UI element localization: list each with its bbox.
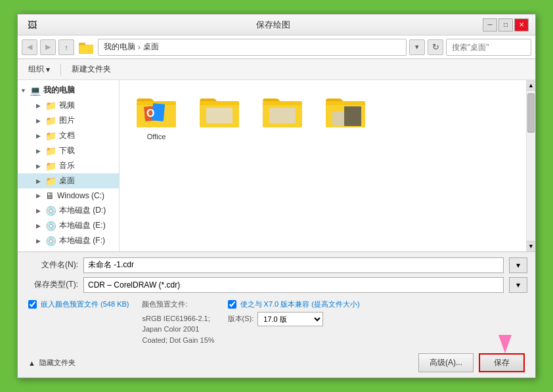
sidebar-item-videos[interactable]: ▶ 📁 视频: [18, 98, 119, 113]
content-area: O Office: [120, 80, 526, 251]
sidebar-label: 文档: [59, 130, 75, 141]
up-button[interactable]: ↑: [58, 39, 74, 55]
content-scrollbar[interactable]: ▲ ▼: [526, 80, 535, 251]
drive-icon: 💿: [45, 236, 56, 246]
sidebar-item-edrive[interactable]: ▶ 💿 本地磁盘 (E:): [18, 218, 119, 233]
folder-icon: [77, 38, 95, 56]
folder-3[interactable]: [256, 91, 309, 143]
sidebar-label: 我的电脑: [43, 85, 75, 96]
expand-icon: ▶: [36, 163, 43, 169]
folder-office[interactable]: O Office: [130, 91, 183, 143]
sidebar-item-downloads[interactable]: ▶ 📁 下载: [18, 143, 119, 158]
hide-folders-toggle[interactable]: ▲ 隐藏文件夹: [28, 358, 76, 368]
sidebar-label: 图片: [59, 115, 75, 126]
folder-icon: 📁: [45, 116, 56, 126]
version-label: 版本(S):: [228, 314, 254, 324]
svg-rect-16: [344, 106, 361, 126]
compat-checkbox[interactable]: [228, 300, 236, 309]
filename-dropdown[interactable]: ▾: [509, 257, 527, 273]
title-bar: 🖼 保存绘图 ─ □ ✕: [18, 14, 535, 35]
folder2-icon: [198, 93, 240, 130]
embed-color-checkbox[interactable]: [28, 300, 37, 309]
organize-arrow: ▾: [46, 65, 50, 74]
maximize-button[interactable]: □: [498, 18, 513, 32]
title-controls: ─ □ ✕: [483, 18, 529, 32]
actions-row: ▲ 隐藏文件夹 高级(A)... 保存: [26, 353, 527, 372]
bottom-panel: 文件名(N): ▾ 保存类型(T): ▾ 嵌入颜色预置文件 (548 KB) 颜…: [18, 251, 535, 378]
computer-icon: 💻: [30, 85, 41, 96]
svg-marker-18: [498, 335, 512, 353]
expand-icon: ▶: [36, 148, 43, 154]
address-path[interactable]: 我的电脑 › 桌面: [98, 39, 407, 56]
refresh-button[interactable]: ↻: [428, 39, 443, 55]
sidebar-item-documents[interactable]: ▶ 📁 文档: [18, 128, 119, 143]
filetype-dropdown[interactable]: ▾: [509, 277, 527, 293]
version-select[interactable]: 17.0 版: [257, 312, 323, 326]
folder4-icon: [324, 93, 366, 130]
minimize-button[interactable]: ─: [483, 18, 497, 32]
save-dialog: 🖼 保存绘图 ─ □ ✕ ◀ ▶ ↑ 我的电脑 › 桌面 ▾ ↻: [17, 14, 536, 378]
dialog-icon: 🖼: [24, 17, 40, 33]
hide-folders-label: 隐藏文件夹: [39, 358, 76, 368]
sidebar-label: 音乐: [59, 160, 75, 171]
options-row: 嵌入颜色预置文件 (548 KB) 颜色预置文件: sRGB IEC61966-…: [26, 299, 527, 346]
new-folder-button[interactable]: 新建文件夹: [66, 62, 116, 76]
color-preset-col: 颜色预置文件: sRGB IEC61966-2.1;Japan Color 20…: [142, 299, 214, 346]
address-dropdown[interactable]: ▾: [409, 39, 425, 55]
expand-icon: ▶: [36, 102, 43, 109]
sidebar-item-cdrive[interactable]: ▶ 🖥 Windows (C:): [18, 188, 119, 203]
embed-color-option: 嵌入颜色预置文件 (548 KB): [28, 299, 129, 309]
address-bar: ◀ ▶ ↑ 我的电脑 › 桌面 ▾ ↻: [18, 35, 535, 59]
sidebar-item-music[interactable]: ▶ 📁 音乐: [18, 158, 119, 173]
filename-label: 文件名(N):: [26, 259, 78, 271]
search-input[interactable]: [446, 39, 531, 56]
drive-icon: 🖥: [45, 190, 55, 201]
sidebar-item-pictures[interactable]: ▶ 📁 图片: [18, 113, 119, 128]
hide-folders-icon: ▲: [28, 359, 35, 367]
sidebar-label: Windows (C:): [57, 191, 104, 200]
close-button[interactable]: ✕: [514, 18, 529, 32]
sidebar-label: 视频: [59, 100, 75, 111]
sidebar-item-mycomputer[interactable]: ▼ 💻 我的电脑: [18, 83, 119, 98]
arrow-indicator: [492, 335, 518, 358]
filetype-label: 保存类型(T):: [26, 279, 78, 290]
sidebar-label: 本地磁盘 (F:): [59, 235, 105, 246]
path-part-2: 桌面: [143, 41, 159, 53]
organize-label: 组织: [28, 64, 44, 75]
sidebar-label: 本地磁盘 (E:): [59, 220, 106, 231]
color-preset-label: 颜色预置文件:: [142, 299, 214, 309]
svg-text:O: O: [146, 108, 154, 119]
new-folder-label: 新建文件夹: [72, 64, 111, 75]
svg-rect-2: [79, 45, 93, 53]
scroll-thumb[interactable]: [527, 93, 535, 133]
compat-label: 使之与 X7.0 版本兼容 (提高文件大小): [240, 299, 360, 309]
forward-button[interactable]: ▶: [40, 39, 56, 55]
version-col: 使之与 X7.0 版本兼容 (提高文件大小) 版本(S): 17.0 版: [228, 299, 360, 326]
toolbar-separator: [60, 64, 61, 76]
folder-4[interactable]: [319, 91, 372, 143]
sidebar: ▼ 💻 我的电脑 ▶ 📁 视频 ▶ 📁 图片 ▶ 📁 文档 ▶ 📁: [18, 80, 120, 251]
back-button[interactable]: ◀: [22, 39, 37, 55]
sidebar-item-ddrive[interactable]: ▶ 💿 本地磁盘 (D:): [18, 203, 119, 218]
save-btn-wrapper: 保存: [479, 353, 525, 372]
folder-icon: 📁: [45, 100, 56, 111]
folder-2[interactable]: [193, 91, 246, 143]
scroll-down[interactable]: ▼: [527, 241, 535, 251]
sidebar-item-fdrive[interactable]: ▶ 💿 本地磁盘 (F:): [18, 233, 119, 248]
filetype-input[interactable]: [83, 277, 504, 293]
expand-icon: ▶: [36, 223, 43, 229]
sidebar-item-desktop[interactable]: ▶ 📁 桌面: [18, 173, 119, 188]
path-part-1: 我的电脑: [104, 41, 135, 53]
expand-icon: ▶: [36, 133, 43, 139]
folder-icon: 📁: [45, 131, 56, 141]
svg-rect-13: [269, 108, 296, 123]
advanced-button[interactable]: 高级(A)...: [418, 353, 474, 372]
path-separator-1: ›: [138, 43, 141, 52]
drive-icon: 💿: [45, 206, 56, 216]
svg-rect-17: [332, 112, 344, 126]
filename-input[interactable]: [83, 257, 504, 273]
scroll-up[interactable]: ▲: [527, 80, 535, 91]
organize-button[interactable]: 组织 ▾: [23, 62, 55, 76]
folder-icon: 📁: [45, 146, 56, 156]
main-area: ▼ 💻 我的电脑 ▶ 📁 视频 ▶ 📁 图片 ▶ 📁 文档 ▶ 📁: [18, 80, 535, 251]
